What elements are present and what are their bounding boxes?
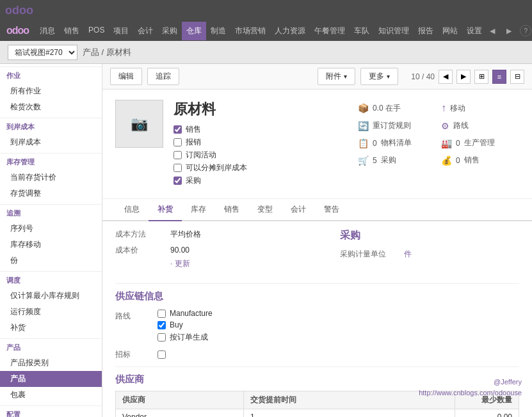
nav-item-销售[interactable]: 销售 [60, 22, 84, 40]
nav-item-设置[interactable]: 设置 [462, 22, 487, 40]
sidebar-item-产品报类别[interactable]: 产品报类别 [0, 355, 102, 371]
nav-back-icon[interactable]: ◀ [487, 26, 498, 36]
stat-move[interactable]: ↑ 移动 [436, 100, 519, 116]
sidebar-item-份[interactable]: 份 [0, 253, 102, 269]
sidebar-item-检货次数[interactable]: 检货次数 [0, 99, 102, 115]
route-buy[interactable]: Buy [157, 320, 213, 329]
onhand-icon: 📦 [358, 103, 369, 113]
tab-警告[interactable]: 警告 [315, 199, 348, 221]
checkbox-采购[interactable] [173, 177, 182, 185]
pager-next[interactable]: ▶ [456, 70, 471, 84]
sales-icon: 💰 [441, 155, 452, 166]
sidebar-item-库存移动[interactable]: 库存移动 [0, 237, 102, 253]
sales-number: 0 [456, 156, 460, 165]
sidebar-item-存货调整[interactable]: 存货调整 [0, 185, 102, 201]
stat-reorder[interactable]: 🔄 重订货规则 [353, 118, 436, 134]
stat-onhand[interactable]: 📦 0.0 在手 [353, 100, 436, 116]
tab-变型[interactable]: 变型 [248, 199, 282, 221]
col-vendor: 供应商 [116, 391, 244, 409]
follow-button[interactable]: 追踪 [147, 68, 179, 85]
product-image[interactable]: 📷 [115, 100, 163, 148]
purchase-unit-row: 采购计量单位 件 [340, 249, 519, 260]
stat-bom[interactable]: 📋 0 物料清单 [353, 135, 436, 151]
sidebar-section-调度: 调度 [0, 271, 102, 288]
checkbox-销售[interactable] [173, 125, 182, 134]
navbar-items: odoo [5, 4, 527, 17]
tab-补货[interactable]: 补货 [149, 199, 182, 221]
pager-prev[interactable]: ◀ [439, 70, 453, 84]
breadcrumb-bar: 箱试视图#270 产品 / 原材料 [0, 41, 532, 64]
cost-method-value: 平均价格 [170, 229, 201, 240]
product-stats: 📦 0.0 在手 ↑ 移动 🔄 重订货规则 ⚙ 路线 [353, 100, 519, 188]
help-icon[interactable]: ? [520, 25, 531, 36]
nav-item-知识管理[interactable]: 知识管理 [374, 22, 414, 40]
route-buy-check[interactable] [157, 321, 166, 329]
nav-item-制造[interactable]: 制造 [206, 22, 230, 40]
attach-button[interactable]: 附件 ▾ [318, 68, 355, 85]
nav-item-车队[interactable]: 车队 [350, 22, 374, 40]
table-row[interactable]: Vendor10.00 [116, 409, 519, 418]
sidebar-item-当前存货计价[interactable]: 当前存货计价 [0, 169, 102, 185]
purchase-unit-value[interactable]: 件 [404, 249, 412, 260]
view-list-icon[interactable]: ⊞ [474, 70, 488, 84]
pager-area: 10 / 40 ◀ ▶ ⊞ ≡ ⊟ [411, 70, 524, 84]
nav-item-消息[interactable]: 消息 [35, 22, 60, 40]
tab-信息[interactable]: 信息 [115, 199, 149, 221]
sidebar-item-到岸成本[interactable]: 到岸成本 [0, 134, 102, 150]
nav-item-采购[interactable]: 采购 [157, 22, 182, 40]
nav-item-市场营销[interactable]: 市场营销 [230, 22, 270, 40]
more-button[interactable]: 更多 ▾ [360, 68, 398, 85]
checkbox-可以分摊到岸成本[interactable] [173, 164, 182, 172]
stat-production[interactable]: 🏭 0 生产管理 [436, 135, 519, 151]
view-form-icon[interactable]: ≡ [492, 70, 506, 84]
tab-会计[interactable]: 会计 [282, 199, 315, 221]
sidebar-item-包裹[interactable]: 包裹 [0, 387, 102, 403]
move-icon: ↑ [441, 102, 446, 114]
supply-chain-title: 供应链信息 [115, 290, 519, 303]
nav-forward-icon[interactable]: ▶ [503, 26, 515, 36]
sidebar-item-仅计算最小库存规则[interactable]: 仅计算最小库存规则 [0, 288, 102, 304]
view-grid-icon[interactable]: ⊟ [510, 70, 524, 84]
route-manufacture-check[interactable] [157, 310, 166, 318]
sidebar-item-运行频度[interactable]: 运行频度 [0, 304, 102, 320]
nav-item-会计[interactable]: 会计 [133, 22, 157, 40]
odoo-logo: odoo [5, 4, 33, 17]
suppliers-title: 供应商 [115, 374, 519, 386]
checkbox-row-报销: 报销 [173, 137, 343, 148]
edit-button[interactable]: 编辑 [110, 68, 142, 85]
route-mto[interactable]: 按订单生成 [157, 332, 213, 343]
checkbox-row-可以分摊到岸成本: 可以分摊到岸成本 [173, 162, 343, 173]
nav-item-项目[interactable]: 项目 [109, 22, 133, 40]
bid-check[interactable] [157, 350, 166, 359]
sidebar-item-所有作业[interactable]: 所有作业 [0, 83, 102, 99]
checkbox-订阅活动[interactable] [173, 151, 182, 159]
checkbox-报销[interactable] [173, 138, 182, 146]
nav-item-人力资源[interactable]: 人力资源 [270, 22, 310, 40]
stat-sales[interactable]: 💰 0 销售 [436, 152, 519, 168]
route-mto-check[interactable] [157, 333, 166, 342]
nav-item-网站[interactable]: 网站 [438, 22, 462, 40]
product-checkboxes: 销售报销订阅活动可以分摊到岸成本采购 [173, 124, 343, 186]
checkbox-label-采购: 采购 [186, 175, 201, 186]
purchase-icon: 🛒 [358, 155, 369, 166]
breadcrumb-select[interactable]: 箱试视图#270 [8, 45, 77, 60]
sidebar-item-产品[interactable]: 产品 [0, 371, 102, 387]
route-manufacture[interactable]: Manufacture [157, 309, 213, 318]
nav-item-POS[interactable]: POS [84, 22, 109, 40]
bid-row: 招标 [115, 349, 519, 360]
tab-库存[interactable]: 库存 [182, 199, 215, 221]
lead-time-cell: 1 [244, 409, 455, 418]
nav-item-报告[interactable]: 报告 [414, 22, 438, 40]
checkbox-row-采购: 采购 [173, 175, 343, 186]
nav-item-午餐管理[interactable]: 午餐管理 [310, 22, 350, 40]
nav-item-仓库[interactable]: 仓库 [182, 22, 206, 40]
sidebar-item-序列号[interactable]: 序列号 [0, 221, 102, 237]
stat-purchase[interactable]: 🛒 5 采购 [353, 152, 436, 168]
update-link[interactable]: · 更新 [170, 259, 190, 268]
sidebar-item-补货[interactable]: 补货 [0, 320, 102, 336]
cost-method-row: 成本方法 平均价格 [115, 229, 327, 240]
purchase-stat-label: 采购 [381, 155, 396, 166]
tab-销售[interactable]: 销售 [215, 199, 248, 221]
stat-route[interactable]: ⚙ 路线 [436, 118, 519, 134]
vendor-cell: Vendor [116, 409, 244, 418]
